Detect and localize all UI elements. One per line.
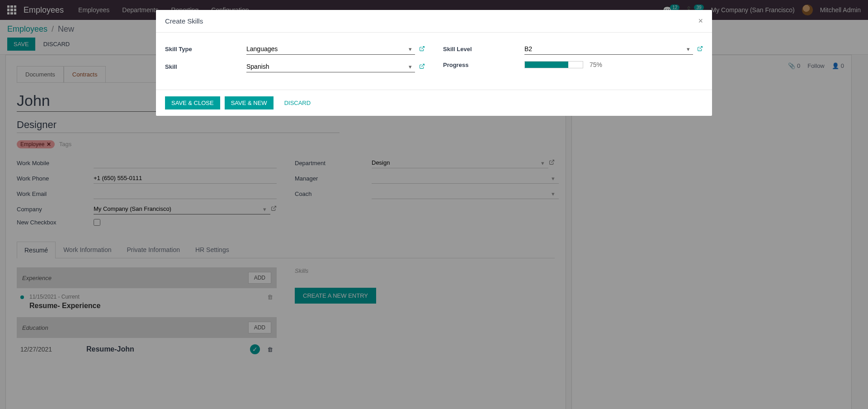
skill-level-label: Skill Level	[443, 46, 524, 52]
skill-level-input[interactable]	[524, 43, 693, 55]
external-link-icon[interactable]	[419, 46, 425, 53]
progress-value: 75%	[590, 61, 602, 68]
external-link-icon[interactable]	[697, 46, 703, 53]
external-link-icon[interactable]	[419, 63, 425, 71]
modal-overlay: Create Skills × Skill Type ▾ Skill ▾	[0, 0, 868, 409]
modal-title: Create Skills	[165, 17, 203, 25]
progress-label: Progress	[443, 62, 524, 68]
save-close-button[interactable]: SAVE & CLOSE	[165, 96, 220, 109]
skill-type-input[interactable]	[246, 43, 415, 55]
progress-bar	[524, 61, 583, 68]
modal-discard-button[interactable]: DISCARD	[278, 96, 317, 109]
save-new-button[interactable]: SAVE & NEW	[225, 96, 274, 109]
close-icon[interactable]: ×	[698, 16, 703, 26]
skill-input[interactable]	[246, 61, 415, 72]
skill-label: Skill	[165, 63, 246, 70]
create-skills-modal: Create Skills × Skill Type ▾ Skill ▾	[156, 10, 712, 116]
skill-type-label: Skill Type	[165, 46, 246, 52]
